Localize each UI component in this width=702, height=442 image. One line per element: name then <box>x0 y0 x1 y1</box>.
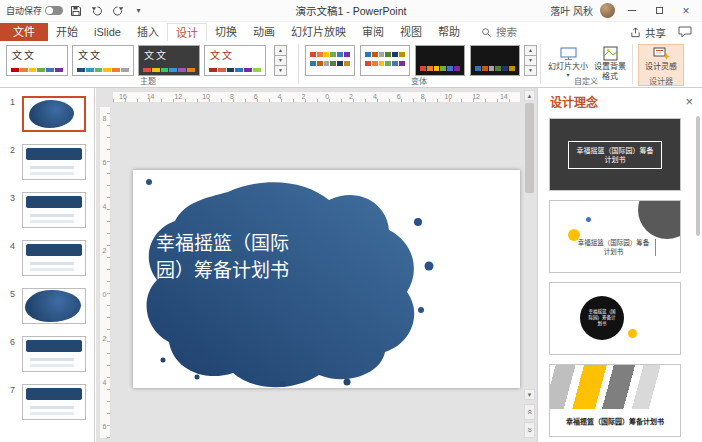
format-background-button[interactable]: 设置背景格式 <box>592 44 628 86</box>
slide-thumbnail-7[interactable] <box>22 384 86 420</box>
slide-thumbnail-6[interactable] <box>22 336 86 372</box>
decorative-circle <box>638 200 681 239</box>
next-slide-button[interactable]: » <box>524 422 535 438</box>
design-ideas-button[interactable]: 设计灵感 <box>638 44 684 86</box>
variant-thumbnail-2[interactable] <box>360 45 410 76</box>
share-button[interactable]: 共享 <box>630 25 666 40</box>
variants-scroll-up-button[interactable]: ▲ <box>524 45 537 56</box>
themes-scroll-up-button[interactable]: ▲ <box>274 45 287 56</box>
variants-more-button[interactable]: ▼ <box>524 66 537 76</box>
tab-slideshow[interactable]: 幻灯片放映 <box>283 23 354 41</box>
tab-transitions[interactable]: 切换 <box>207 23 245 41</box>
canvas-scrollbar[interactable]: ▲ ▼ « » <box>524 90 535 440</box>
previous-slide-button[interactable]: « <box>524 404 535 420</box>
design-suggestion-2[interactable]: 幸福摇篮（国际园）筹备计划书 <box>549 200 681 273</box>
variant-color-row <box>365 61 405 66</box>
slide-size-label: 幻灯片大小 <box>548 62 588 72</box>
slide-number: 5 <box>2 289 15 299</box>
slide-number: 7 <box>2 385 15 395</box>
restore-icon <box>656 7 663 14</box>
variants-group-label: 变体 <box>300 75 538 86</box>
tab-islide[interactable]: iSlide <box>86 23 129 41</box>
theme-thumbnail-3[interactable]: 文文 <box>138 45 200 76</box>
tab-file[interactable]: 文件 <box>0 23 48 41</box>
slide-title-textbox[interactable]: 幸福摇篮（国际园）筹备计划书 <box>156 230 290 284</box>
themes-scroll-down-button[interactable]: ▼ <box>274 56 287 66</box>
slide-thumbnail-3[interactable] <box>22 192 86 228</box>
decorative-dot <box>628 329 637 338</box>
slide-thumbnail-4[interactable] <box>22 240 86 276</box>
decorative-stripes <box>550 365 680 409</box>
autosave-control[interactable]: 自动保存 <box>6 4 63 17</box>
comment-icon <box>678 26 692 38</box>
slide-size-button[interactable]: 幻灯片大小 ▾ <box>546 44 590 86</box>
scroll-up-button[interactable]: ▲ <box>524 90 535 101</box>
tab-home[interactable]: 开始 <box>48 23 86 41</box>
thumbnail-item: 1 <box>0 96 94 140</box>
slide-editing-surface[interactable]: 幸福摇篮（国际园）筹备计划书 <box>133 170 520 388</box>
theme-thumbnail-4[interactable]: 文文 <box>204 45 266 76</box>
tab-help[interactable]: 帮助 <box>430 23 468 41</box>
minimize-button[interactable] <box>622 2 642 20</box>
slide-thumbnail-5[interactable] <box>22 288 86 324</box>
suggestion-title-text: 幸福摇篮（国际园）筹备计划书 <box>556 416 674 426</box>
toggle-knob <box>46 7 53 14</box>
autosave-toggle[interactable] <box>45 6 63 15</box>
user-avatar[interactable] <box>600 3 615 18</box>
group-divider <box>632 44 633 84</box>
slide-number: 2 <box>2 145 15 155</box>
design-suggestion-4[interactable]: 幸福摇篮（国际园）筹备计划书 <box>549 364 681 437</box>
tab-view[interactable]: 视图 <box>392 23 430 41</box>
share-icon <box>630 27 641 38</box>
theme-preview-text: 文文 <box>73 46 133 62</box>
thumbnail-item: 5 <box>0 288 94 332</box>
tab-insert[interactable]: 插入 <box>129 23 167 41</box>
restore-button[interactable] <box>649 2 669 20</box>
variants-scroll-down-button[interactable]: ▼ <box>524 56 537 66</box>
scrollbar-thumb[interactable] <box>525 103 534 193</box>
variant-color-row <box>365 52 405 57</box>
variant-color-row <box>420 66 460 71</box>
design-suggestion-1[interactable]: 幸福摇篮（国际园）筹备计划书 <box>549 118 681 191</box>
themes-gallery-scroll: ▲ ▼ ▼ <box>274 45 287 76</box>
group-divider <box>540 44 541 84</box>
themes-more-button[interactable]: ▼ <box>274 66 287 76</box>
ribbon-design-tab: 文文 文文 文文 文文 ▲ ▼ ▼ 主题 <box>0 41 702 88</box>
design-ideas-label: 设计灵感 <box>645 62 677 72</box>
save-button[interactable] <box>67 2 84 19</box>
thumbnail-item: 6 <box>0 336 94 380</box>
share-label: 共享 <box>645 25 666 40</box>
horizontal-ruler: 16 14 12 10 8 6 4 2 0 2 4 6 8 10 12 14 1… <box>112 91 521 103</box>
search-input[interactable] <box>496 26 538 38</box>
design-suggestion-3[interactable]: 幸福摇篮（国际园）筹备计划书 <box>549 282 681 355</box>
theme-thumbnail-2[interactable]: 文文 <box>72 45 134 76</box>
tab-review[interactable]: 审阅 <box>354 23 392 41</box>
account-user-name[interactable]: 落叶 风秋 <box>550 3 593 18</box>
qat-customize-button[interactable]: ▾ <box>130 2 147 19</box>
dropdown-arrow-icon: ▾ <box>566 72 569 78</box>
theme-preview-text: 文文 <box>205 46 265 62</box>
tab-animations[interactable]: 动画 <box>245 23 283 41</box>
slide-thumbnail-1[interactable] <box>22 96 86 132</box>
variant-color-row <box>310 61 350 66</box>
thumbnail-item: 4 <box>0 240 94 284</box>
previous-slide-icon: « <box>524 409 534 414</box>
variant-thumbnail-3[interactable] <box>415 45 465 76</box>
redo-button[interactable] <box>109 2 126 19</box>
close-button[interactable]: × <box>676 2 696 20</box>
variant-thumbnail-4[interactable] <box>470 45 520 76</box>
search-box[interactable] <box>476 23 543 41</box>
scroll-down-button[interactable]: ▼ <box>524 389 535 400</box>
tab-design[interactable]: 设计 <box>167 23 207 41</box>
undo-button[interactable] <box>88 2 105 19</box>
slide-thumbnail-2[interactable] <box>22 144 86 180</box>
variant-thumbnail-1[interactable] <box>305 45 355 76</box>
thumbnail-item: 7 <box>0 384 94 428</box>
design-pane-scrollbar[interactable] <box>696 116 700 236</box>
decorative-dot <box>586 217 591 222</box>
theme-color-strip <box>209 68 261 72</box>
design-pane-close-button[interactable]: × <box>682 95 696 108</box>
design-ideas-title: 设计理念 <box>550 93 598 110</box>
theme-thumbnail-current[interactable]: 文文 <box>6 45 68 76</box>
comments-button[interactable] <box>678 26 692 38</box>
